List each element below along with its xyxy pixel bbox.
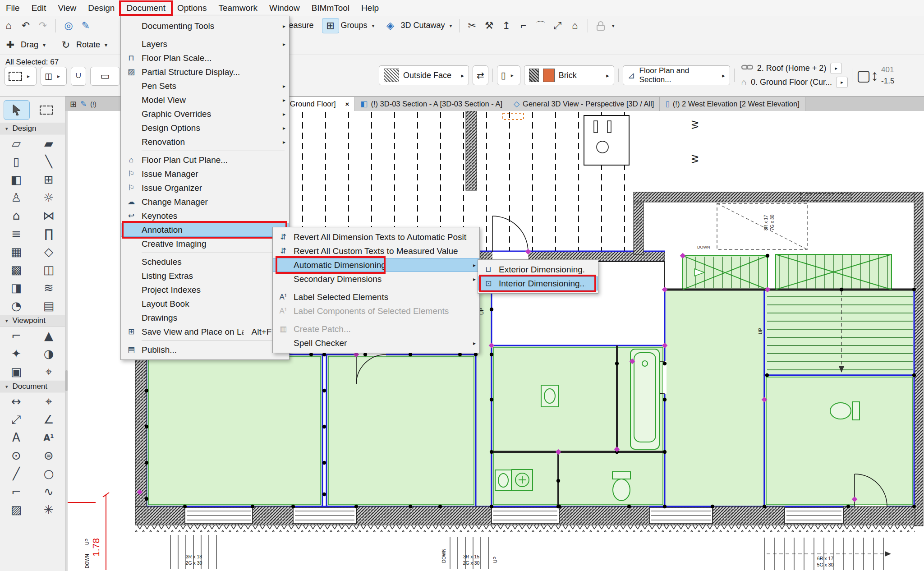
tab-close-icon[interactable]: × (345, 100, 349, 108)
door-tool[interactable]: ◧ (4, 170, 29, 189)
submenu-item-exterior-dimensioning[interactable]: ⊔Exterior Dimensioning... (478, 262, 598, 276)
trim-button[interactable]: ⌐ (515, 18, 532, 33)
home-button[interactable]: ⌂ (0, 18, 17, 33)
tab-general-3d-view-perspective-3d-all[interactable]: ◇General 3D View - Perspective [3D / All… (508, 97, 660, 111)
fillet-button[interactable]: ⌒ (532, 18, 549, 33)
reference-line-combo[interactable]: Outside Face ▸ (379, 65, 469, 85)
arrow-select-button[interactable]: ◫ ▸ (41, 67, 67, 86)
groups-chevron[interactable]: ▾ (372, 23, 375, 29)
morph-tool[interactable]: ▩ (4, 261, 29, 279)
wall-shape-button[interactable]: ▭ (90, 67, 120, 86)
marquee-pick-button[interactable]: ▸ (5, 67, 37, 86)
home-story-arrow[interactable]: ▸ (836, 77, 848, 88)
submenu-item-automatic-dimensioning[interactable]: Automatic Dimensioning▸ (273, 258, 479, 272)
freeform-tool[interactable]: ◔ (4, 297, 29, 315)
dimension-tool[interactable]: ↔ (4, 392, 29, 410)
menu-item-layout-book[interactable]: Layout Book▸ (121, 297, 289, 311)
magnet-button[interactable]: ∩ (71, 67, 86, 86)
object-tool[interactable]: ♙ (4, 189, 29, 207)
drag-chevron[interactable]: ▾ (43, 42, 46, 48)
skylight-tool[interactable]: ◇ (36, 243, 61, 261)
railing-tool[interactable]: ∏ (36, 225, 61, 243)
opening-tool[interactable]: ◨ (4, 279, 29, 297)
flip-button[interactable]: ⇄ (473, 65, 488, 85)
submenu-item-revert-all-custom-texts-to-measured-value[interactable]: ⇵Revert All Custom Texts to Measured Val… (273, 244, 479, 258)
menu-item-project-indexes[interactable]: Project Indexes▸ (121, 283, 289, 297)
menu-item-documenting-tools[interactable]: Documenting Tools▸ (121, 19, 289, 33)
arrow-select-arrow[interactable]: ▸ (57, 73, 60, 79)
column-tool[interactable]: ▯ (4, 152, 29, 170)
split-button[interactable]: ✂ (464, 18, 481, 33)
wall-tool[interactable]: ▱ (4, 134, 29, 152)
shell-tool[interactable]: ⋈ (36, 207, 61, 225)
circle-tool[interactable]: ○ (36, 465, 61, 483)
menubar-item-edit[interactable]: Edit (26, 0, 52, 16)
hatch-tool[interactable]: ▨ (4, 501, 29, 519)
menu-item-floor-plan-scale[interactable]: ⊓Floor Plan Scale... (121, 51, 289, 65)
surface-combo[interactable]: Brick ▸ (524, 65, 614, 85)
submenu-item-revert-all-dimension-texts-to-automatic-position[interactable]: ⇵Revert All Dimension Texts to Automatic… (273, 230, 479, 244)
menu-item-keynotes[interactable]: ↩Keynotes (121, 209, 289, 223)
polyline-tool[interactable]: ⌐ (4, 483, 29, 501)
display-mode-combo[interactable]: ⊿ Floor Plan and Section... ▸ (623, 65, 730, 85)
menu-item-graphic-overrides[interactable]: Graphic Overrides▸ (121, 107, 289, 121)
tab-ground-floor[interactable]: . Ground Floor]× (280, 97, 355, 111)
menu-item-partial-structure-display[interactable]: ▨Partial Structure Display... (121, 65, 289, 79)
cutaway-button[interactable]: 3D Cutaway (401, 21, 445, 30)
star-tool[interactable]: ✳ (36, 501, 61, 519)
menu-item-change-manager[interactable]: ☁Change Manager (121, 195, 289, 209)
find-select-button[interactable]: ◎ (60, 18, 77, 33)
menubar-item-bimmtool[interactable]: BIMmTool (306, 0, 355, 16)
angle-dimension-tool[interactable]: ∠ (36, 410, 61, 428)
groups-icon[interactable]: ⊞ (322, 18, 339, 33)
pane-layout-icon[interactable]: ⊞ (70, 99, 77, 109)
menu-item-save-view-and-place-on-layout[interactable]: ⊞Save View and Place on LayoutAlt+F7 (121, 325, 289, 339)
undo-button[interactable]: ↶ (17, 18, 34, 33)
splitter-grip[interactable] (65, 370, 68, 391)
fill-tool[interactable]: ⊜ (36, 447, 61, 465)
cutaway-chevron[interactable]: ▾ (450, 23, 452, 29)
menubar-item-options[interactable]: Options (171, 0, 212, 16)
spline-tool[interactable]: ∿ (36, 483, 61, 501)
groups-button[interactable]: Groups (341, 21, 368, 30)
tab-2-west-elevation-2-west-elevation[interactable]: ▯(!) 2 West Elevation [2 West Elevation] (660, 97, 805, 111)
menu-item-floor-plan-cut-plane[interactable]: ⌂Floor Plan Cut Plane... (121, 153, 289, 167)
menubar-item-document[interactable]: Document (120, 0, 171, 16)
section-tool[interactable]: ⌐ (4, 327, 29, 345)
submenu-item-secondary-dimensions[interactable]: Secondary Dimensions▸ (273, 272, 479, 286)
interior-elevation-tool[interactable]: ✦ (4, 345, 29, 363)
marquee-tool[interactable] (33, 100, 60, 120)
drag-vertical-button[interactable]: ↥ (498, 18, 515, 33)
window-tool[interactable]: ⊞ (36, 170, 61, 189)
hotspot-tool[interactable]: ⊙ (4, 447, 29, 465)
slab-tool[interactable]: ▰ (36, 134, 61, 152)
worksheet-tool[interactable]: ▣ (4, 363, 29, 381)
tab-3d-03-section-a-3d-03-section-a[interactable]: ◧(!) 3D-03 Section - A [3D-03 Section - … (355, 97, 508, 111)
submenu-item-spell-checker[interactable]: Spell Checker▸ (273, 336, 479, 350)
arrow-tool[interactable] (4, 100, 30, 120)
mesh-tool[interactable]: ≋ (36, 279, 61, 297)
rotate-chevron[interactable]: ▾ (105, 42, 107, 48)
menu-item-creative-imaging[interactable]: Creative Imaging▸ (121, 237, 289, 251)
edit-annotations-icon[interactable]: ✎ (80, 99, 87, 109)
menubar-item-teamwork[interactable]: Teamwork (212, 0, 263, 16)
menu-item-listing-extras[interactable]: Listing Extras▸ (121, 269, 289, 283)
menu-item-schedules[interactable]: Schedules▸ (121, 255, 289, 269)
menu-item-layers[interactable]: Layers▸ (121, 37, 289, 51)
beam-tool[interactable]: ╲ (36, 152, 61, 170)
marquee-pick-arrow[interactable]: ▸ (27, 73, 30, 79)
menu-item-renovation[interactable]: Renovation▸ (121, 135, 289, 149)
wall-reference-arrow[interactable]: ▸ (511, 72, 514, 78)
camera-tool[interactable]: ◑ (36, 345, 61, 363)
menu-item-annotation[interactable]: Annotation▸ (121, 223, 289, 237)
pick-up-parameters-button[interactable]: ✎ (77, 18, 94, 33)
menubar-item-file[interactable]: File (0, 0, 26, 16)
wall-reference-button[interactable]: ▯ ▸ (497, 65, 520, 85)
lock-icon[interactable] (592, 18, 609, 33)
menu-item-drawings[interactable]: Drawings▸ (121, 311, 289, 325)
submenu-item-label-selected-elements[interactable]: A¹Label Selected Elements (273, 290, 479, 304)
menu-item-publish[interactable]: ▤Publish... (121, 343, 289, 357)
menubar-item-view[interactable]: View (52, 0, 82, 16)
zone-tool[interactable]: ▤ (36, 297, 61, 315)
lock-chevron[interactable]: ▾ (612, 23, 615, 29)
